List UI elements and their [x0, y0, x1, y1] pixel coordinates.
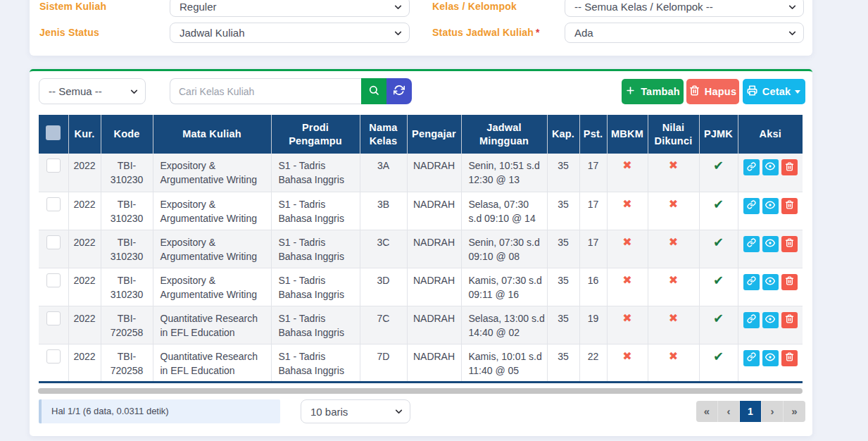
table-row: 2022TBI- 310230Expository & Argumentativ… — [39, 192, 803, 230]
table-panel: -- Semua -- Tambah Hapus Cetak Kur.KodeM… — [30, 69, 812, 436]
row-checkbox[interactable] — [46, 159, 61, 173]
trash-icon — [785, 200, 794, 211]
eye-icon — [765, 314, 775, 326]
trash-icon — [785, 314, 794, 325]
search-icon — [368, 85, 379, 98]
print-button[interactable]: Cetak — [743, 79, 805, 104]
add-button[interactable]: Tambah — [622, 79, 684, 104]
cell-mata-kuliah: Quantitative Research in EFL Education — [153, 306, 271, 344]
cell-prodi-pengampu: S1 - Tadris Bahasa Inggris — [271, 306, 360, 344]
row-checkbox[interactable] — [46, 311, 61, 325]
cell-prodi-pengampu: S1 - Tadris Bahasa Inggris — [271, 154, 360, 192]
label-text: Jenis Status — [39, 27, 99, 38]
cell-pst: 19 — [579, 306, 607, 344]
link-schedule-button[interactable] — [743, 312, 760, 328]
cell-kap: 35 — [547, 192, 579, 230]
cell-jadwal-mingguan: Selasa, 13:00 s.d 14:40 @ 02 — [461, 306, 547, 344]
table-row: 2022TBI- 720258Quantitative Research in … — [39, 344, 803, 382]
link-schedule-button[interactable] — [743, 274, 760, 290]
status-jadwal-select[interactable]: Ada — [565, 23, 804, 43]
label-kelas-kelompok: Kelas / Kelompok — [432, 0, 517, 17]
trash-icon — [785, 238, 794, 249]
delete-row-button[interactable] — [781, 274, 798, 290]
pagination-next-button[interactable]: › — [762, 401, 784, 422]
delete-row-button[interactable] — [781, 350, 798, 366]
pagination-first-button[interactable]: « — [696, 401, 718, 422]
column-header-kode: Kode — [101, 115, 153, 154]
trash-icon — [689, 85, 700, 98]
column-header-mata-kuliah: Mata Kuliah — [153, 115, 271, 154]
link-schedule-button[interactable] — [743, 159, 760, 175]
column-header-pengajar: Pengajar — [407, 115, 461, 154]
horizontal-scrollbar[interactable] — [38, 388, 803, 394]
cell-nama-kelas: 3C — [360, 230, 407, 268]
print-button-label: Cetak — [762, 86, 791, 97]
cell-jadwal-mingguan: Kamis, 07:30 s.d 09:11 @ 16 — [461, 268, 547, 306]
row-checkbox-cell — [39, 344, 68, 382]
pagination-prev-button[interactable]: ‹ — [718, 401, 740, 422]
scope-select[interactable]: -- Semua -- — [39, 78, 146, 104]
eye-icon — [765, 238, 775, 250]
link-icon — [747, 314, 756, 325]
jenis-status-select[interactable]: Jadwal Kuliah — [170, 23, 410, 43]
cell-kap: 35 — [547, 268, 579, 306]
cell-mbkm-cross-icon: ✖ — [607, 306, 648, 344]
required-asterisk: * — [536, 27, 540, 38]
link-icon — [747, 162, 756, 173]
select-all-checkbox[interactable] — [46, 125, 61, 140]
view-detail-button[interactable] — [762, 198, 779, 214]
link-icon — [747, 200, 756, 211]
cell-kode: TBI- 310230 — [101, 268, 153, 306]
eye-icon — [765, 161, 775, 173]
scope-select-wrapper: -- Semua -- — [39, 78, 146, 104]
search-input[interactable] — [170, 78, 361, 104]
refresh-button[interactable] — [386, 78, 412, 104]
view-detail-button[interactable] — [762, 159, 779, 175]
cell-pst: 17 — [579, 154, 607, 192]
search-button[interactable] — [361, 78, 386, 104]
row-checkbox[interactable] — [46, 197, 61, 211]
view-detail-button[interactable] — [762, 274, 779, 290]
cell-pengajar: NADRAH — [407, 154, 461, 192]
cell-prodi-pengampu: S1 - Tadris Bahasa Inggris — [271, 192, 360, 230]
row-checkbox[interactable] — [46, 349, 61, 364]
label-text: Kelas / Kelompok — [432, 1, 517, 12]
cell-pjmk-check-icon: ✔ — [699, 192, 738, 230]
cell-nama-kelas: 3A — [360, 154, 407, 192]
refresh-icon — [394, 85, 405, 98]
link-schedule-button[interactable] — [743, 350, 760, 366]
delete-row-button[interactable] — [781, 198, 798, 214]
link-schedule-button[interactable] — [743, 198, 760, 214]
column-header-jadwal-mingguan: Jadwal Mingguan — [461, 115, 547, 154]
row-checkbox-cell — [39, 154, 68, 192]
page-size-select[interactable]: 10 baris — [301, 399, 410, 423]
delete-row-button[interactable] — [781, 236, 798, 252]
schedule-table-wrapper: Kur.KodeMata KuliahProdi PengampuNama Ke… — [39, 115, 803, 383]
kelas-kelompok-select[interactable]: -- Semua Kelas / Kelompok -- — [565, 0, 804, 17]
plus-icon — [625, 85, 636, 98]
cell-pengajar: NADRAH — [407, 230, 461, 268]
cell-aksi — [738, 230, 803, 268]
cell-kode: TBI- 310230 — [101, 154, 153, 192]
link-schedule-button[interactable] — [743, 236, 760, 252]
delete-row-button[interactable] — [781, 312, 798, 328]
delete-button[interactable]: Hapus — [686, 79, 739, 104]
cell-aksi — [738, 306, 803, 344]
view-detail-button[interactable] — [762, 236, 779, 252]
sistem-kuliah-select-wrapper: Reguler — [170, 0, 410, 17]
cell-pst: 16 — [579, 268, 607, 306]
cell-aksi — [738, 154, 803, 192]
view-detail-button[interactable] — [762, 312, 779, 328]
row-checkbox[interactable] — [46, 235, 61, 249]
view-detail-button[interactable] — [762, 350, 779, 366]
cell-prodi-pengampu: S1 - Tadris Bahasa Inggris — [271, 230, 360, 268]
row-checkbox[interactable] — [46, 273, 61, 287]
pagination-last-button[interactable]: » — [784, 401, 805, 422]
pagination-page-1-button[interactable]: 1 — [740, 401, 762, 422]
sistem-kuliah-select[interactable]: Reguler — [170, 0, 410, 17]
cell-pjmk-check-icon: ✔ — [699, 268, 738, 306]
delete-row-button[interactable] — [781, 159, 798, 175]
delete-button-label: Hapus — [705, 86, 736, 97]
cell-mata-kuliah: Quantitative Research in EFL Education — [153, 344, 271, 382]
table-row: 2022TBI- 310230Expository & Argumentativ… — [39, 230, 803, 268]
